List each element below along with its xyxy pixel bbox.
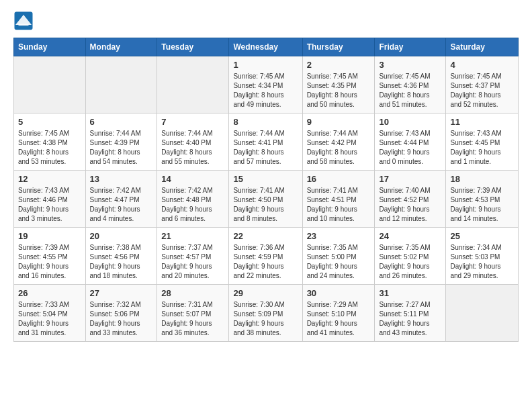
day-info: Sunrise: 7:41 AM Sunset: 4:51 PM Dayligh… — [307, 186, 371, 224]
calendar-cell: 19Sunrise: 7:39 AM Sunset: 4:55 PM Dayli… — [14, 228, 86, 285]
calendar-cell: 13Sunrise: 7:42 AM Sunset: 4:47 PM Dayli… — [85, 171, 157, 228]
column-header-tuesday: Tuesday — [157, 38, 229, 56]
day-info: Sunrise: 7:42 AM Sunset: 4:48 PM Dayligh… — [161, 186, 224, 224]
day-info: Sunrise: 7:32 AM Sunset: 5:06 PM Dayligh… — [90, 300, 153, 338]
day-number: 19 — [18, 231, 81, 241]
day-info: Sunrise: 7:39 AM Sunset: 4:55 PM Dayligh… — [18, 243, 81, 281]
day-info: Sunrise: 7:27 AM Sunset: 5:11 PM Dayligh… — [379, 300, 441, 338]
day-info: Sunrise: 7:43 AM Sunset: 4:44 PM Dayligh… — [379, 129, 441, 167]
calendar-cell: 28Sunrise: 7:31 AM Sunset: 5:07 PM Dayli… — [157, 285, 229, 342]
day-number: 25 — [450, 231, 514, 241]
day-number: 18 — [450, 174, 514, 184]
calendar-cell: 26Sunrise: 7:33 AM Sunset: 5:04 PM Dayli… — [14, 285, 86, 342]
day-number: 2 — [307, 60, 371, 70]
calendar-cell: 31Sunrise: 7:27 AM Sunset: 5:11 PM Dayli… — [375, 285, 446, 342]
column-header-thursday: Thursday — [302, 38, 375, 56]
week-row-5: 26Sunrise: 7:33 AM Sunset: 5:04 PM Dayli… — [14, 285, 519, 342]
day-number: 1 — [233, 60, 298, 70]
column-header-wednesday: Wednesday — [229, 38, 302, 56]
week-row-3: 12Sunrise: 7:43 AM Sunset: 4:46 PM Dayli… — [14, 171, 519, 228]
day-number: 30 — [307, 288, 371, 298]
calendar-cell: 4Sunrise: 7:45 AM Sunset: 4:37 PM Daylig… — [446, 56, 519, 113]
calendar-cell: 12Sunrise: 7:43 AM Sunset: 4:46 PM Dayli… — [14, 171, 86, 228]
calendar-cell — [85, 56, 157, 113]
day-info: Sunrise: 7:37 AM Sunset: 4:57 PM Dayligh… — [161, 243, 224, 281]
day-info: Sunrise: 7:38 AM Sunset: 4:56 PM Dayligh… — [90, 243, 153, 281]
day-info: Sunrise: 7:40 AM Sunset: 4:52 PM Dayligh… — [379, 186, 441, 224]
calendar-cell: 7Sunrise: 7:44 AM Sunset: 4:40 PM Daylig… — [157, 113, 229, 171]
calendar-cell: 22Sunrise: 7:36 AM Sunset: 4:59 PM Dayli… — [229, 228, 302, 285]
calendar-cell — [446, 285, 519, 342]
day-number: 26 — [18, 288, 81, 298]
day-number: 23 — [307, 231, 371, 241]
day-number: 15 — [233, 174, 298, 184]
day-info: Sunrise: 7:39 AM Sunset: 4:53 PM Dayligh… — [450, 186, 514, 224]
calendar-cell — [14, 56, 86, 113]
day-number: 9 — [307, 117, 371, 127]
day-number: 11 — [450, 117, 514, 127]
day-number: 6 — [90, 117, 153, 127]
calendar-cell: 3Sunrise: 7:45 AM Sunset: 4:36 PM Daylig… — [375, 56, 446, 113]
day-number: 16 — [307, 174, 371, 184]
column-header-saturday: Saturday — [446, 38, 519, 56]
calendar-cell: 11Sunrise: 7:43 AM Sunset: 4:45 PM Dayli… — [446, 113, 519, 171]
calendar-cell: 17Sunrise: 7:40 AM Sunset: 4:52 PM Dayli… — [375, 171, 446, 228]
day-info: Sunrise: 7:44 AM Sunset: 4:39 PM Dayligh… — [90, 129, 153, 167]
day-number: 20 — [90, 231, 153, 241]
calendar-cell: 2Sunrise: 7:45 AM Sunset: 4:35 PM Daylig… — [302, 56, 375, 113]
day-info: Sunrise: 7:35 AM Sunset: 5:00 PM Dayligh… — [307, 243, 371, 281]
week-row-1: 1Sunrise: 7:45 AM Sunset: 4:34 PM Daylig… — [14, 56, 519, 113]
calendar-cell: 15Sunrise: 7:41 AM Sunset: 4:50 PM Dayli… — [229, 171, 302, 228]
day-number: 12 — [18, 174, 81, 184]
day-info: Sunrise: 7:35 AM Sunset: 5:02 PM Dayligh… — [379, 243, 441, 281]
day-info: Sunrise: 7:45 AM Sunset: 4:37 PM Dayligh… — [450, 72, 514, 109]
day-info: Sunrise: 7:43 AM Sunset: 4:45 PM Dayligh… — [450, 129, 514, 167]
day-number: 13 — [90, 174, 153, 184]
day-number: 3 — [379, 60, 441, 70]
day-number: 29 — [233, 288, 298, 298]
calendar-cell: 25Sunrise: 7:34 AM Sunset: 5:03 PM Dayli… — [446, 228, 519, 285]
day-number: 28 — [161, 288, 224, 298]
day-number: 10 — [379, 117, 441, 127]
column-header-friday: Friday — [375, 38, 446, 56]
column-header-sunday: Sunday — [14, 38, 86, 56]
day-info: Sunrise: 7:44 AM Sunset: 4:41 PM Dayligh… — [233, 129, 298, 167]
calendar-cell: 8Sunrise: 7:44 AM Sunset: 4:41 PM Daylig… — [229, 113, 302, 171]
day-info: Sunrise: 7:44 AM Sunset: 4:42 PM Dayligh… — [307, 129, 371, 167]
week-row-4: 19Sunrise: 7:39 AM Sunset: 4:55 PM Dayli… — [14, 228, 519, 285]
header — [13, 11, 519, 31]
day-number: 7 — [161, 117, 224, 127]
day-info: Sunrise: 7:42 AM Sunset: 4:47 PM Dayligh… — [90, 186, 153, 224]
day-number: 8 — [233, 117, 298, 127]
day-info: Sunrise: 7:45 AM Sunset: 4:36 PM Dayligh… — [379, 72, 441, 109]
day-info: Sunrise: 7:33 AM Sunset: 5:04 PM Dayligh… — [18, 300, 81, 338]
logo — [13, 11, 36, 31]
calendar-cell: 18Sunrise: 7:39 AM Sunset: 4:53 PM Dayli… — [446, 171, 519, 228]
calendar-header-row: SundayMondayTuesdayWednesdayThursdayFrid… — [14, 38, 519, 56]
day-number: 21 — [161, 231, 224, 241]
calendar-cell: 10Sunrise: 7:43 AM Sunset: 4:44 PM Dayli… — [375, 113, 446, 171]
calendar-cell: 21Sunrise: 7:37 AM Sunset: 4:57 PM Dayli… — [157, 228, 229, 285]
calendar-cell: 1Sunrise: 7:45 AM Sunset: 4:34 PM Daylig… — [229, 56, 302, 113]
calendar-table: SundayMondayTuesdayWednesdayThursdayFrid… — [13, 38, 519, 342]
column-header-monday: Monday — [85, 38, 157, 56]
calendar-cell: 23Sunrise: 7:35 AM Sunset: 5:00 PM Dayli… — [302, 228, 375, 285]
day-info: Sunrise: 7:45 AM Sunset: 4:34 PM Dayligh… — [233, 72, 298, 109]
logo-icon — [13, 11, 34, 31]
calendar-cell: 27Sunrise: 7:32 AM Sunset: 5:06 PM Dayli… — [85, 285, 157, 342]
calendar-cell: 20Sunrise: 7:38 AM Sunset: 4:56 PM Dayli… — [85, 228, 157, 285]
calendar-cell: 14Sunrise: 7:42 AM Sunset: 4:48 PM Dayli… — [157, 171, 229, 228]
calendar-cell: 9Sunrise: 7:44 AM Sunset: 4:42 PM Daylig… — [302, 113, 375, 171]
day-number: 31 — [379, 288, 441, 298]
day-number: 22 — [233, 231, 298, 241]
calendar-cell: 16Sunrise: 7:41 AM Sunset: 4:51 PM Dayli… — [302, 171, 375, 228]
svg-rect-2 — [19, 24, 29, 26]
day-info: Sunrise: 7:29 AM Sunset: 5:10 PM Dayligh… — [307, 300, 371, 338]
day-number: 14 — [161, 174, 224, 184]
day-number: 27 — [90, 288, 153, 298]
day-info: Sunrise: 7:41 AM Sunset: 4:50 PM Dayligh… — [233, 186, 298, 224]
day-number: 24 — [379, 231, 441, 241]
day-info: Sunrise: 7:45 AM Sunset: 4:35 PM Dayligh… — [307, 72, 371, 109]
day-info: Sunrise: 7:36 AM Sunset: 4:59 PM Dayligh… — [233, 243, 298, 281]
page: SundayMondayTuesdayWednesdayThursdayFrid… — [0, 0, 532, 353]
